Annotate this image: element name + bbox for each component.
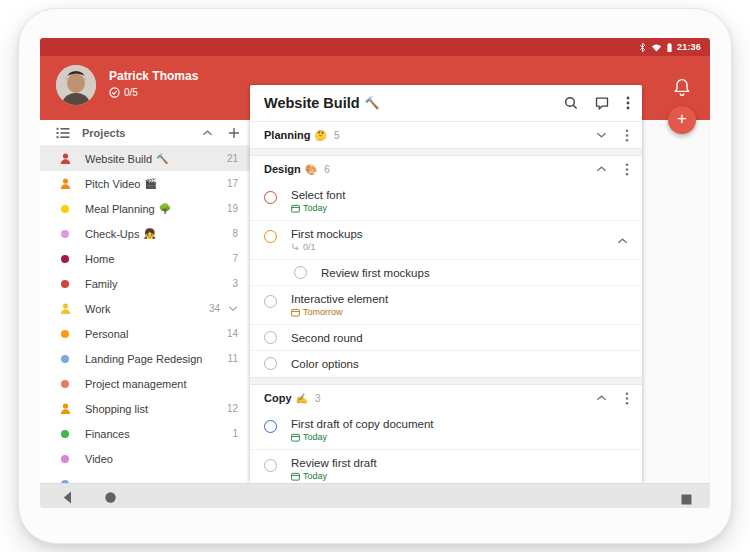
task-row[interactable]: Select font Today bbox=[250, 182, 642, 221]
calendar-icon bbox=[291, 433, 300, 442]
task-row[interactable]: Interactive element Tomorrow bbox=[250, 286, 642, 325]
task-checkbox[interactable] bbox=[264, 191, 277, 204]
task-row[interactable]: First draft of copy document Today bbox=[250, 411, 642, 450]
section-header-design[interactable]: Design 🎨 6 bbox=[250, 156, 642, 182]
task-count: 3 bbox=[232, 278, 238, 289]
battery-icon bbox=[666, 42, 673, 53]
project-color-dot bbox=[58, 380, 72, 388]
sidebar-item-check-ups[interactable]: Check-Ups👧 8 bbox=[40, 221, 250, 246]
sidebar-item-pitch-video[interactable]: Pitch Video🎬 17 bbox=[40, 171, 250, 196]
comments-icon[interactable] bbox=[595, 97, 609, 110]
task-count: 8 bbox=[232, 228, 238, 239]
chevron-down-icon[interactable] bbox=[596, 131, 607, 139]
section-emoji: 🎨 bbox=[305, 164, 317, 175]
section-count: 6 bbox=[324, 164, 330, 175]
due-date: Tomorrow bbox=[291, 305, 628, 324]
sidebar-item-home[interactable]: Home 7 bbox=[40, 246, 250, 271]
project-emoji: 🎬 bbox=[144, 178, 156, 189]
task-checkbox[interactable] bbox=[264, 459, 277, 472]
avatar[interactable] bbox=[56, 65, 96, 105]
shared-project-icon bbox=[58, 403, 72, 415]
section-header-planning[interactable]: Planning 🤔 5 bbox=[250, 122, 642, 148]
task-checkbox[interactable] bbox=[264, 295, 277, 308]
sidebar-item-personal[interactable]: Personal 14 bbox=[40, 321, 250, 346]
project-color-dot bbox=[58, 430, 72, 438]
task-checkbox[interactable] bbox=[264, 331, 277, 344]
user-name[interactable]: Patrick Thomas bbox=[109, 69, 198, 83]
chevron-up-icon[interactable] bbox=[596, 165, 607, 173]
plus-icon: + bbox=[677, 109, 687, 129]
status-bar: 21:36 bbox=[40, 38, 710, 56]
check-circle-icon bbox=[109, 87, 120, 98]
sidebar-item-family[interactable]: Family 3 bbox=[40, 271, 250, 296]
calendar-icon bbox=[291, 204, 300, 213]
projects-header: Projects bbox=[40, 120, 250, 146]
task-title: Review first draft bbox=[291, 450, 628, 469]
task-row[interactable]: First mockups 0/1 bbox=[250, 221, 642, 260]
screenshot-canvas: 21:36 Patrick Thomas 0/5 bbox=[0, 0, 750, 552]
add-project-button[interactable] bbox=[228, 127, 240, 139]
project-emoji: 🔨 bbox=[156, 153, 168, 164]
android-nav-bar bbox=[40, 483, 710, 508]
task-checkbox[interactable] bbox=[294, 266, 307, 279]
due-date: Today bbox=[291, 430, 628, 449]
subtask-icon bbox=[291, 243, 300, 251]
search-icon[interactable] bbox=[564, 96, 578, 110]
task-checkbox[interactable] bbox=[264, 420, 277, 433]
task-row[interactable]: Second round bbox=[250, 325, 642, 351]
karma-value: 0/5 bbox=[124, 87, 138, 98]
calendar-icon bbox=[291, 308, 300, 317]
sidebar-item-project-management[interactable]: Project management bbox=[40, 371, 250, 396]
task-row[interactable]: Color options bbox=[250, 351, 642, 377]
sidebar-item-work[interactable]: Work 34 bbox=[40, 296, 250, 321]
collapse-projects-button[interactable] bbox=[202, 129, 213, 137]
sidebar-item-website-build[interactable]: Website Build🔨 21 bbox=[40, 146, 250, 171]
subtask-row[interactable]: Review first mockups bbox=[250, 260, 642, 286]
task-row[interactable]: Review first draft Today bbox=[250, 450, 642, 483]
chevron-down-icon[interactable] bbox=[228, 305, 238, 312]
shared-project-icon bbox=[58, 303, 72, 315]
section-menu-icon[interactable] bbox=[625, 392, 629, 405]
section-menu-icon[interactable] bbox=[625, 163, 629, 176]
sidebar-item-landing-page-redesign[interactable]: Landing Page Redesign 11 bbox=[40, 346, 250, 371]
section-count: 5 bbox=[334, 130, 340, 141]
section-emoji: ✍️ bbox=[296, 393, 308, 404]
project-color-dot bbox=[58, 230, 72, 238]
bluetooth-icon bbox=[638, 42, 647, 53]
home-button[interactable] bbox=[104, 490, 117, 508]
back-button[interactable] bbox=[63, 490, 72, 508]
section-header-copy[interactable]: Copy ✍️ 3 bbox=[250, 385, 642, 411]
projects-sidebar: Projects Website Build🔨 21 bbox=[40, 120, 250, 483]
recents-button[interactable] bbox=[681, 491, 692, 508]
task-count: 11 bbox=[228, 353, 238, 364]
notifications-bell-icon[interactable] bbox=[671, 76, 693, 98]
tablet-frame: 21:36 Patrick Thomas 0/5 bbox=[18, 8, 732, 544]
task-count: 7 bbox=[232, 253, 238, 264]
clock: 21:36 bbox=[677, 42, 701, 52]
project-color-dot bbox=[58, 355, 72, 363]
task-title: Select font bbox=[291, 182, 628, 201]
overflow-menu-icon[interactable] bbox=[626, 96, 630, 110]
project-title: Website Build bbox=[264, 95, 360, 111]
task-count: 19 bbox=[227, 203, 238, 214]
sidebar-item-shopping-list[interactable]: Shopping list 12 bbox=[40, 396, 250, 421]
subtask-progress: 0/1 bbox=[291, 240, 628, 259]
sidebar-item-video[interactable]: Video bbox=[40, 446, 250, 471]
task-checkbox[interactable] bbox=[264, 357, 277, 370]
task-title: First mockups bbox=[291, 221, 628, 240]
chevron-up-icon[interactable] bbox=[617, 231, 628, 249]
chevron-up-icon[interactable] bbox=[596, 394, 607, 402]
task-count: 14 bbox=[227, 328, 238, 339]
sidebar-item-finances[interactable]: Finances 1 bbox=[40, 421, 250, 446]
task-title: Color options bbox=[291, 351, 628, 377]
sidebar-item-meal-planning[interactable]: Meal Planning🌳 19 bbox=[40, 196, 250, 221]
project-color-dot bbox=[58, 205, 72, 213]
project-emoji: 👧 bbox=[143, 228, 155, 239]
add-task-button[interactable]: + bbox=[668, 106, 696, 134]
task-count: 21 bbox=[227, 153, 238, 164]
sidebar-item-clipped[interactable] bbox=[40, 471, 250, 483]
section-menu-icon[interactable] bbox=[625, 129, 629, 142]
karma-counter[interactable]: 0/5 bbox=[109, 87, 138, 98]
task-title: Interactive element bbox=[291, 286, 628, 305]
task-checkbox[interactable] bbox=[264, 230, 277, 243]
